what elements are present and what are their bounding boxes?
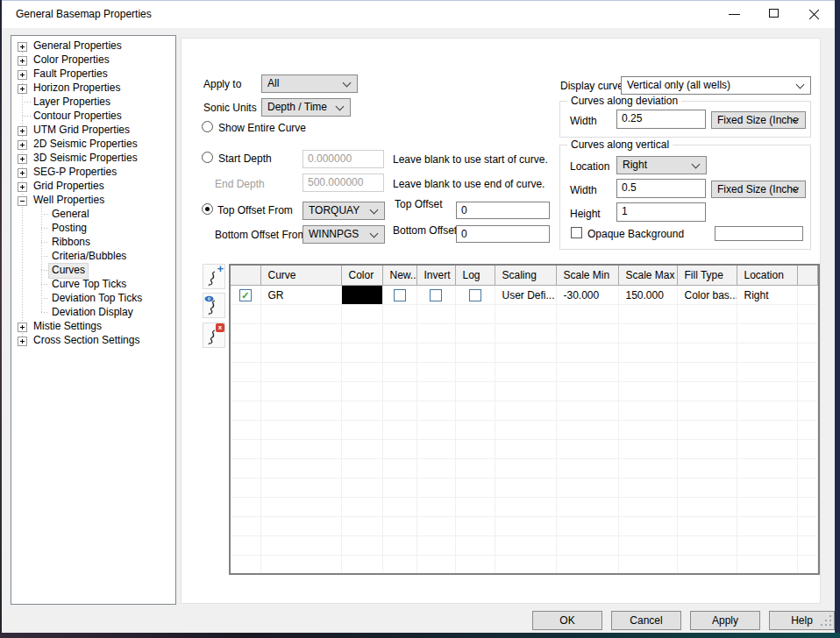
- column-header-select[interactable]: [231, 266, 260, 286]
- column-header-fill-type[interactable]: Fill Type: [677, 266, 737, 286]
- tree-item-general-properties[interactable]: General Properties: [11, 39, 175, 53]
- curve-cell[interactable]: GR: [260, 286, 341, 305]
- column-header-new[interactable]: New...: [382, 266, 416, 286]
- enabled-checkbox[interactable]: [239, 289, 252, 301]
- location-cell[interactable]: Right: [737, 286, 797, 305]
- deviation-size-mode-select[interactable]: Fixed Size (Inche: [711, 111, 806, 129]
- scale-max-cell[interactable]: 150.000: [618, 286, 677, 305]
- color-cell[interactable]: [341, 286, 382, 305]
- eye-icon: [204, 295, 214, 302]
- empty-table-row: [231, 498, 818, 517]
- tree-item-general[interactable]: General: [11, 208, 175, 222]
- tree-item-deviation-display[interactable]: Deviation Display: [11, 306, 175, 320]
- curves-table[interactable]: Curve Color New... Invert Log Scaling Sc…: [229, 264, 820, 575]
- expand-plus-icon[interactable]: [18, 140, 27, 150]
- bottom-offset-input[interactable]: 0: [456, 225, 550, 243]
- column-header-curve[interactable]: Curve: [260, 266, 341, 286]
- expand-plus-icon[interactable]: [18, 84, 27, 94]
- expand-plus-icon[interactable]: [18, 154, 27, 164]
- start-depth-radio[interactable]: [202, 152, 213, 163]
- invert-checkbox[interactable]: [430, 289, 442, 301]
- show-curve-button[interactable]: [203, 293, 225, 318]
- collapse-minus-icon[interactable]: [18, 196, 27, 206]
- tree-item-2d-seismic-properties[interactable]: 2D Seismic Properties: [11, 138, 175, 152]
- tree-item-layer-properties[interactable]: Layer Properties: [11, 96, 175, 110]
- title-bar[interactable]: General Basemap Properties: [2, 0, 835, 28]
- top-offset-input[interactable]: 0: [456, 202, 550, 219]
- expand-plus-icon[interactable]: [18, 168, 27, 178]
- vertical-width-input[interactable]: 0.5: [616, 179, 706, 198]
- top-offset-from-select[interactable]: TORQUAY: [303, 202, 385, 220]
- tree-item-utm-grid-properties[interactable]: UTM Grid Properties: [11, 124, 175, 138]
- opaque-background-color-input[interactable]: [715, 226, 803, 241]
- delete-curve-button[interactable]: x: [203, 323, 225, 348]
- log-cell[interactable]: [455, 286, 495, 305]
- tree-item-ribbons[interactable]: Ribbons: [11, 236, 175, 250]
- column-header-invert[interactable]: Invert: [416, 266, 455, 286]
- invert-cell[interactable]: [416, 286, 455, 305]
- column-header-color[interactable]: Color: [341, 266, 382, 286]
- expand-plus-icon[interactable]: [18, 337, 27, 346]
- column-header-scale-min[interactable]: Scale Min: [556, 266, 618, 286]
- window-title: General Basemap Properties: [16, 8, 152, 20]
- top-offset-from-radio[interactable]: [202, 203, 213, 215]
- expand-plus-icon[interactable]: [18, 42, 27, 52]
- tree-item-contour-properties[interactable]: Contour Properties: [11, 110, 175, 124]
- tree-item-cross-section-settings[interactable]: Cross Section Settings: [11, 334, 175, 348]
- new-checkbox[interactable]: [394, 289, 406, 301]
- tree-item-mistie-settings[interactable]: Mistie Settings: [11, 320, 175, 334]
- ok-button[interactable]: OK: [532, 611, 602, 630]
- delete-x-icon: x: [216, 323, 224, 332]
- column-header-location[interactable]: Location: [737, 266, 797, 286]
- display-curves-select[interactable]: Vertical only (all wells): [621, 76, 811, 95]
- new-cell[interactable]: [382, 286, 416, 305]
- tree-item-horizon-properties[interactable]: Horizon Properties: [11, 82, 175, 96]
- column-header-scaling[interactable]: Scaling: [495, 266, 556, 286]
- resize-grip-icon[interactable]: [821, 615, 833, 627]
- fill-type-cell[interactable]: Color bas...: [677, 286, 737, 305]
- log-checkbox[interactable]: [469, 289, 481, 301]
- close-button[interactable]: [794, 1, 833, 27]
- tree-item-posting[interactable]: Posting: [11, 222, 175, 236]
- tree-item-deviation-top-ticks[interactable]: Deviation Top Ticks: [11, 292, 175, 306]
- expand-plus-icon[interactable]: [18, 182, 27, 192]
- tree-item-fault-properties[interactable]: Fault Properties: [11, 67, 175, 82]
- tree-item-seg-p-properties[interactable]: SEG-P Properties: [11, 166, 175, 180]
- tree-item-well-properties[interactable]: Well Properties: [11, 194, 175, 208]
- apply-button[interactable]: Apply: [690, 611, 760, 630]
- vertical-height-input[interactable]: 1: [616, 202, 706, 222]
- tree-item-curve-top-ticks[interactable]: Curve Top Ticks: [11, 278, 175, 292]
- desktop-edge-bottom: [0, 633, 840, 638]
- empty-table-row: [231, 536, 818, 556]
- expand-plus-icon[interactable]: [18, 323, 27, 332]
- tree-item-grid-properties[interactable]: Grid Properties: [11, 180, 175, 194]
- show-entire-curve-radio[interactable]: [202, 121, 213, 132]
- column-header-log[interactable]: Log: [455, 266, 495, 286]
- empty-table-row: [231, 363, 818, 382]
- start-depth-input[interactable]: 0.000000: [303, 150, 384, 168]
- expand-plus-icon[interactable]: [18, 70, 27, 80]
- tree-item-curves[interactable]: Curves: [11, 264, 175, 278]
- tree-item-3d-seismic-properties[interactable]: 3D Seismic Properties: [11, 152, 175, 166]
- tree-item-criteria-bubbles[interactable]: Criteria/Bubbles: [11, 250, 175, 264]
- expand-plus-icon[interactable]: [18, 126, 27, 136]
- vertical-size-mode-select[interactable]: Fixed Size (Inche: [711, 181, 806, 198]
- add-curve-button[interactable]: +: [203, 264, 225, 289]
- scaling-cell[interactable]: User Defi...: [495, 286, 556, 305]
- vertical-location-select[interactable]: Right: [616, 156, 707, 174]
- tree-item-color-properties[interactable]: Color Properties: [11, 53, 175, 67]
- color-swatch[interactable]: [342, 286, 382, 304]
- column-header-scale-max[interactable]: Scale Max: [618, 266, 677, 286]
- expand-plus-icon[interactable]: [18, 56, 27, 66]
- bottom-offset-from-select[interactable]: WINNPGS: [303, 225, 385, 244]
- row-enabled-cell[interactable]: [231, 286, 260, 305]
- cancel-button[interactable]: Cancel: [611, 611, 681, 630]
- sonic-units-select[interactable]: Depth / Time: [261, 98, 351, 117]
- end-depth-input[interactable]: 500.000000: [303, 174, 384, 192]
- maximize-button[interactable]: [754, 1, 794, 27]
- minimize-button[interactable]: [715, 1, 754, 27]
- apply-to-select[interactable]: All: [261, 74, 358, 93]
- deviation-width-input[interactable]: 0.25: [616, 110, 706, 129]
- opaque-background-checkbox[interactable]: [571, 227, 582, 238]
- scale-min-cell[interactable]: -30.000: [556, 286, 618, 305]
